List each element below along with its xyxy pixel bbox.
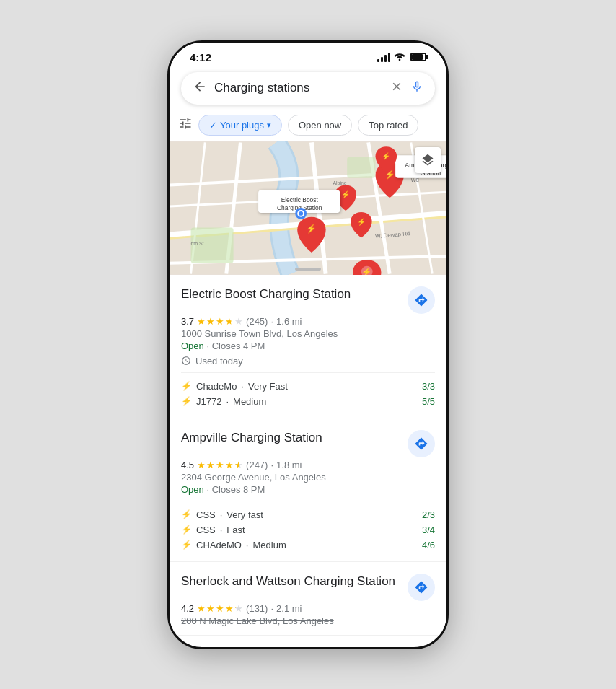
directions-button-2[interactable] [408, 430, 435, 457]
charger-speed-1-1: Medium [233, 396, 266, 407]
stars-3: ★ ★ ★ ★ ★ ★ [197, 603, 243, 614]
search-back-button[interactable] [193, 79, 207, 97]
charger-avail-1-1: 5/5 [422, 396, 435, 407]
charger-speed-2-1: Fast [226, 525, 245, 535]
distance-3: · [270, 603, 273, 614]
charger-speed-1-0: Very Fast [248, 381, 288, 392]
rating-row-3: 4.2 ★ ★ ★ ★ ★ ★ (131) · 2.1 mi [181, 603, 435, 614]
map-layer-button[interactable] [415, 147, 441, 173]
charger-speed-2-2: Medium [252, 540, 286, 550]
status-close-time-2: Closes 8 PM [212, 484, 265, 495]
reviews-1: (245) [246, 316, 268, 327]
svg-text:⚡: ⚡ [361, 266, 372, 274]
charger-sep: · [220, 525, 223, 535]
charger-avail-2-0: 2/3 [422, 509, 435, 520]
rating-row-2: 4.5 ★ ★ ★ ★ ★ ★ (247) · 1.8 mi [181, 460, 435, 470]
charger-row-2-2: ⚡ CHAdeMO · Medium 4/6 [181, 537, 435, 553]
svg-rect-13 [347, 157, 375, 178]
address-2: 2304 George Avenue, Los Angeles [181, 472, 435, 483]
signal-icon [377, 52, 390, 62]
charger-row-1-0: ⚡ ChadeMo · Very Fast 3/3 [181, 379, 435, 394]
svg-point-0 [399, 59, 401, 61]
filter-chip-your-plugs[interactable]: ✓ Your plugs ▾ [198, 115, 282, 136]
search-mic-button[interactable] [410, 80, 423, 97]
charger-type-2-0: CSS [196, 509, 216, 520]
result-card-2[interactable]: Ampville Charging Station 4.5 ★ ★ ★ ★ ★ … [170, 418, 446, 562]
directions-button-1[interactable] [408, 286, 435, 314]
phone-frame: 4:12 [167, 40, 449, 649]
map-area[interactable]: W. Dewap Rd Alpine 6th St WC ⚡ ⚡ Ampvill… [170, 141, 446, 275]
result-header-1: Electric Boost Charging Station [181, 286, 435, 314]
search-input[interactable]: Charging stations [214, 81, 383, 95]
charger-type-2-1: CSS [196, 525, 216, 535]
filter-chip-top-rated-label: Top rated [369, 120, 408, 131]
reviews-2: (247) [246, 460, 268, 470]
charger-sep: · [220, 509, 223, 520]
charger-rows-1: ⚡ ChadeMo · Very Fast 3/3 ⚡ J1772 · Medi… [181, 372, 435, 409]
map-drag-handle[interactable] [295, 268, 321, 271]
result-card-1[interactable]: Electric Boost Charging Station 3.7 ★ ★ … [170, 275, 446, 418]
status-close-time-1: Closes 4 PM [212, 341, 265, 351]
result-name-2: Ampville Charging Station [181, 430, 402, 446]
used-label-1: Used today [195, 356, 243, 367]
status-row-2: Open · Closes 8 PM [181, 484, 435, 495]
address-3: 200 N Magic Lake Blvd, Los Angeles [181, 615, 435, 626]
charger-row-2-1: ⚡ CSS · Fast 3/4 [181, 522, 435, 537]
search-clear-button[interactable] [390, 80, 403, 97]
charger-type-1-0: ChadeMo [196, 381, 237, 392]
distance-1: · [270, 316, 273, 327]
lightning-icon: ⚡ [181, 396, 192, 406]
lightning-icon: ⚡ [181, 381, 192, 391]
result-header-2: Ampville Charging Station [181, 430, 435, 457]
wifi-icon [394, 51, 405, 63]
result-name-1: Electric Boost Charging Station [181, 286, 402, 302]
status-open-1: Open [181, 341, 204, 351]
rating-row-1: 3.7 ★ ★ ★ ★ ★ (245) · 1.6 mi [181, 316, 435, 327]
status-close-2: · [206, 484, 211, 495]
svg-text:Electric Boost: Electric Boost [281, 196, 319, 203]
rating-num-3: 4.2 [181, 603, 194, 614]
filter-bar: ✓ Your plugs ▾ Open now Top rated [170, 112, 446, 141]
svg-text:6th St: 6th St [191, 241, 204, 246]
svg-text:⚡: ⚡ [341, 190, 351, 199]
results-list: Electric Boost Charging Station 3.7 ★ ★ … [170, 275, 446, 636]
charger-avail-1-0: 3/3 [422, 381, 435, 392]
charger-type-2-2: CHAdeMO [196, 540, 242, 550]
filter-chip-top-rated[interactable]: Top rated [358, 115, 418, 136]
filter-chip-open-now-label: Open now [299, 120, 341, 131]
charger-avail-2-1: 3/4 [422, 525, 435, 535]
reviews-3: (131) [246, 603, 268, 614]
status-bar: 4:12 [170, 43, 446, 68]
used-row-1: Used today [181, 356, 435, 367]
stars-2: ★ ★ ★ ★ ★ ★ [197, 460, 243, 470]
map-svg: W. Dewap Rd Alpine 6th St WC ⚡ ⚡ Ampvill… [170, 141, 446, 275]
status-icons [377, 51, 426, 63]
lightning-icon: ⚡ [181, 525, 192, 535]
status-time: 4:12 [190, 51, 211, 63]
clock-icon [181, 356, 191, 366]
chevron-down-icon: ▾ [267, 120, 271, 130]
search-bar-container: Charging stations [170, 68, 446, 112]
charger-speed-2-0: Very fast [226, 509, 263, 520]
distance-val-1: 1.6 mi [276, 316, 302, 327]
result-card-3[interactable]: Sherlock and Wattson Charging Station 4.… [170, 562, 446, 636]
lightning-icon: ⚡ [181, 540, 192, 550]
charger-row-1-1: ⚡ J1772 · Medium 5/5 [181, 394, 435, 409]
filter-icon-button[interactable] [178, 116, 193, 134]
search-bar: Charging stations [181, 72, 435, 105]
charger-sep: · [241, 381, 244, 392]
filter-chip-open-now[interactable]: Open now [288, 115, 352, 136]
charger-sep: · [246, 540, 249, 550]
svg-point-33 [299, 211, 303, 215]
charger-row-2-0: ⚡ CSS · Very fast 2/3 [181, 507, 435, 522]
svg-text:⚡: ⚡ [382, 152, 391, 161]
filter-chip-your-plugs-label: Your plugs [220, 120, 264, 131]
battery-icon [410, 53, 426, 61]
distance-2: · [270, 460, 273, 470]
status-close-1: · [206, 341, 211, 351]
stars-1: ★ ★ ★ ★ ★ [197, 316, 243, 327]
directions-button-3[interactable] [408, 574, 435, 601]
distance-val-2: 1.8 mi [276, 460, 302, 470]
charger-avail-2-2: 4/6 [422, 540, 435, 550]
result-name-3: Sherlock and Wattson Charging Station [181, 574, 402, 589]
